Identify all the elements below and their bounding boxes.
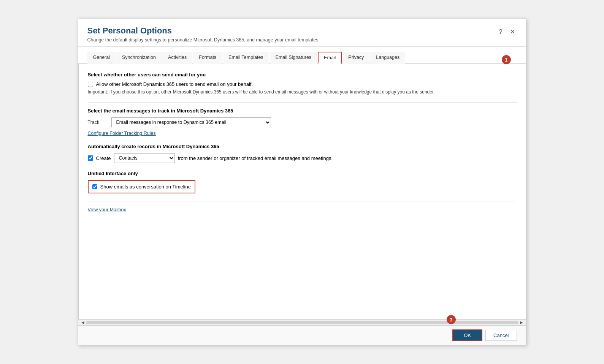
scrollbar-area: ◀ ▶: [78, 319, 526, 325]
annotation-badge-1: 1: [502, 55, 511, 64]
auto-create-checkbox[interactable]: [88, 155, 93, 161]
section-send-email: Select whether other users can send emai…: [88, 72, 517, 95]
help-icon[interactable]: ?: [497, 28, 504, 36]
section-unified-interface: Unified Interface only Show emails as co…: [88, 171, 517, 193]
allow-send-checkbox[interactable]: [88, 82, 93, 87]
divider-1: [88, 102, 517, 103]
configure-folder-tracking-link[interactable]: Configure Folder Tracking Rules: [88, 131, 156, 136]
annotation-badge-3: 3: [447, 315, 456, 324]
auto-create-trailing-text: from the sender or organizer of tracked …: [178, 155, 333, 161]
tab-activities[interactable]: Activities: [162, 52, 192, 64]
section-mailbox: View your Mailbox: [88, 207, 517, 212]
auto-create-dropdown[interactable]: Contacts Leads None: [114, 153, 175, 163]
unified-interface-title: Unified Interface only: [88, 171, 517, 176]
close-icon[interactable]: ✕: [508, 27, 517, 36]
tab-email[interactable]: Email: [318, 52, 342, 64]
section-auto-create: Automatically create records in Microsof…: [88, 144, 517, 163]
conversation-label: Show emails as conversation on Timeline: [100, 184, 191, 190]
tab-general[interactable]: General: [87, 52, 116, 64]
auto-create-create-label: Create: [96, 155, 111, 161]
section-track-email: Select the email messages to track in Mi…: [88, 108, 517, 136]
content-area: Select whether other users can send emai…: [78, 64, 526, 319]
tabs-bar: General Synchronization Activities Forma…: [78, 47, 526, 64]
dialog-subtitle: Change the default display settings to p…: [87, 37, 320, 43]
track-email-title: Select the email messages to track in Mi…: [88, 108, 517, 114]
track-label: Track: [88, 120, 107, 125]
allow-send-label: Allow other Microsoft Dynamics 365 users…: [96, 81, 253, 87]
tab-synchronization[interactable]: Synchronization: [116, 52, 162, 64]
dialog-title: Set Personal Options: [87, 26, 320, 36]
ok-button[interactable]: OK: [452, 329, 482, 341]
tab-formats[interactable]: Formats: [193, 52, 222, 64]
send-email-info: Important: If you choose this option, ot…: [88, 89, 517, 95]
tab-languages[interactable]: Languages: [370, 52, 405, 64]
unified-interface-box: Show emails as conversation on Timeline: [88, 180, 195, 193]
tab-privacy[interactable]: Privacy: [342, 52, 369, 64]
set-personal-options-dialog: 1 Set Personal Options Change the defaul…: [78, 19, 526, 345]
dialog-footer: 3 OK Cancel: [78, 325, 526, 345]
scroll-left-arrow[interactable]: ◀: [80, 320, 86, 326]
track-field-row: Track Email messages in response to Dyna…: [88, 117, 517, 127]
dialog-controls: ? ✕: [497, 27, 517, 36]
divider-2: [88, 201, 517, 201]
scroll-right-arrow[interactable]: ▶: [518, 320, 525, 326]
tab-email-signatures[interactable]: Email Signatures: [270, 52, 317, 64]
auto-create-title: Automatically create records in Microsof…: [88, 144, 517, 149]
view-mailbox-link[interactable]: View your Mailbox: [88, 207, 126, 212]
tab-email-templates[interactable]: Email Templates: [223, 52, 269, 64]
cancel-button[interactable]: Cancel: [485, 330, 517, 341]
auto-create-checkbox-row: Create Contacts Leads None from the send…: [88, 153, 517, 163]
allow-send-checkbox-row: Allow other Microsoft Dynamics 365 users…: [88, 81, 517, 87]
conversation-checkbox[interactable]: [92, 184, 97, 189]
dialog-header: Set Personal Options Change the default …: [78, 19, 526, 47]
dialog-header-text: Set Personal Options Change the default …: [87, 26, 320, 43]
track-dropdown[interactable]: Email messages in response to Dynamics 3…: [111, 117, 271, 127]
send-email-title: Select whether other users can send emai…: [88, 72, 517, 78]
